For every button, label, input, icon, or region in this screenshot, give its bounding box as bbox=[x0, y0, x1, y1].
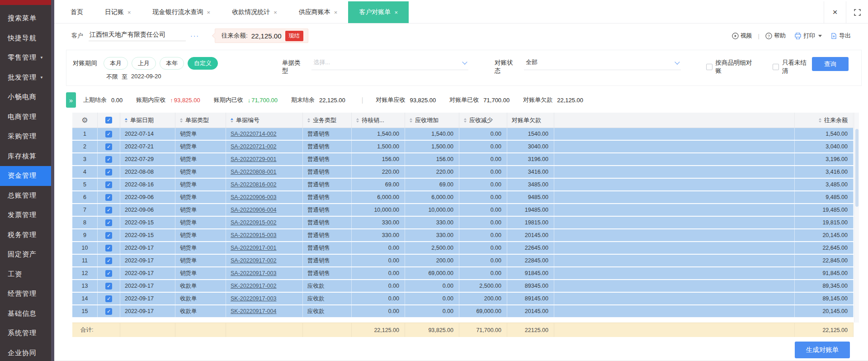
sidebar-item[interactable]: 经营管理 bbox=[0, 284, 54, 304]
row-checkbox[interactable]: ✓ bbox=[98, 217, 120, 228]
tab[interactable]: 客户对账单× bbox=[348, 1, 409, 23]
row-checkbox[interactable]: ✓ bbox=[98, 153, 120, 165]
tab-close-icon[interactable]: × bbox=[274, 9, 277, 16]
table-row[interactable]: 7✓2022-09-06销货单SA-20220906-004普通销售10,000… bbox=[72, 204, 854, 217]
row-checkbox[interactable]: ✓ bbox=[98, 229, 120, 241]
search-button[interactable]: 查询 bbox=[812, 57, 849, 71]
table-row[interactable]: 1✓2022-07-14销货单SA-20220714-002普通销售1,540.… bbox=[72, 128, 854, 141]
row-checkbox[interactable]: ✓ bbox=[98, 191, 120, 203]
row-checkbox[interactable]: ✓ bbox=[98, 204, 120, 216]
sidebar-item[interactable]: 发票管理 bbox=[0, 205, 54, 225]
table-row[interactable]: 15✓2022-09-17收款单SK-20220917-004应收款0.000.… bbox=[72, 305, 854, 318]
close-page-button[interactable]: × bbox=[824, 1, 846, 23]
row-checkbox[interactable]: ✓ bbox=[98, 141, 120, 152]
sidebar-item[interactable]: 企业协同 bbox=[0, 343, 54, 361]
fullscreen-button[interactable] bbox=[846, 1, 868, 23]
doc-number-link[interactable]: SA-20220808-001 bbox=[231, 169, 276, 175]
doc-number-link[interactable]: SK-20220917-002 bbox=[231, 283, 276, 289]
tab-close-icon[interactable]: × bbox=[207, 9, 211, 16]
tab[interactable]: 收款情况统计× bbox=[221, 1, 288, 23]
table-row[interactable]: 12✓2022-09-17销货单SA-20220917-003普通销售0.006… bbox=[72, 267, 854, 280]
row-checkbox[interactable]: ✓ bbox=[98, 293, 120, 304]
doc-number-link[interactable]: SA-20220906-004 bbox=[231, 207, 276, 213]
generate-statement-button[interactable]: 生成对账单 bbox=[795, 342, 850, 358]
table-row[interactable]: 6✓2022-09-06销货单SA-20220906-003普通销售6,000.… bbox=[72, 191, 854, 204]
tab[interactable]: 供应商账本× bbox=[288, 1, 349, 23]
sidebar-item[interactable]: 税务管理 bbox=[0, 225, 54, 245]
table-row[interactable]: 5✓2022-08-16销货单SA-20220816-002普通销售69.006… bbox=[72, 179, 854, 191]
period-pill[interactable]: 本月 bbox=[104, 57, 128, 70]
customer-more-button[interactable]: ··· bbox=[190, 32, 199, 39]
doc-number-link[interactable]: SA-20220714-002 bbox=[231, 131, 276, 137]
doc-number-link[interactable]: SA-20220915-003 bbox=[231, 232, 276, 238]
sidebar-item[interactable]: 系统管理 bbox=[0, 323, 54, 343]
row-checkbox[interactable]: ✓ bbox=[98, 166, 120, 178]
sidebar-item[interactable]: 总账管理 bbox=[0, 186, 54, 206]
status-select[interactable]: 全部 bbox=[524, 58, 681, 70]
table-row[interactable]: 11✓2022-09-17销货单SA-20220917-002普通销售0.002… bbox=[72, 255, 854, 267]
row-checkbox[interactable]: ✓ bbox=[98, 242, 120, 254]
settings-gear-button[interactable]: ⚙ bbox=[72, 113, 98, 128]
doc-number-link[interactable]: SK-20220917-004 bbox=[231, 308, 276, 314]
sidebar-partial-item[interactable] bbox=[0, 0, 54, 5]
doc-number-link[interactable]: SA-20220721-002 bbox=[231, 143, 276, 150]
sidebar-item[interactable]: 基础信息 bbox=[0, 304, 54, 324]
tab-close-icon[interactable]: × bbox=[394, 9, 398, 16]
customer-name-field[interactable]: 江西恒天地产有限责任公司 bbox=[89, 31, 186, 41]
sidebar-item[interactable]: 零售管理▼ bbox=[0, 48, 54, 68]
column-header[interactable]: 应收增加 bbox=[405, 113, 459, 128]
doc-number-link[interactable]: SA-20220729-001 bbox=[231, 156, 276, 162]
doc-number-link[interactable]: SA-20220816-002 bbox=[231, 181, 276, 188]
table-row[interactable]: 13✓2022-09-17收款单SK-20220917-002应收款0.000.… bbox=[72, 280, 854, 293]
row-checkbox[interactable]: ✓ bbox=[98, 305, 120, 317]
range-end-field[interactable]: 2022-09-20 bbox=[131, 73, 161, 81]
table-row[interactable]: 4✓2022-08-08销货单SA-20220808-001普通销售220.00… bbox=[72, 166, 854, 179]
doc-number-link[interactable]: SA-20220906-003 bbox=[231, 194, 276, 200]
select-all-checkbox[interactable]: ✓ bbox=[98, 113, 120, 128]
sidebar-item[interactable]: 采购管理 bbox=[0, 127, 54, 147]
tab-close-icon[interactable]: × bbox=[334, 9, 338, 16]
column-header[interactable]: 对账单欠款 bbox=[507, 113, 554, 128]
sidebar-item[interactable]: 快捷导航 bbox=[0, 28, 54, 48]
range-start-field[interactable]: 不限 bbox=[106, 73, 118, 81]
print-button[interactable]: 打印 bbox=[794, 32, 822, 40]
doc-number-link[interactable]: SK-20220917-003 bbox=[231, 295, 276, 302]
help-button[interactable]: ? 帮助 bbox=[765, 32, 786, 40]
doc-number-link[interactable]: SA-20220915-002 bbox=[231, 219, 276, 226]
row-checkbox[interactable]: ✓ bbox=[98, 280, 120, 292]
sidebar-item[interactable]: 电商管理 bbox=[0, 107, 54, 127]
video-button[interactable]: 视频 bbox=[732, 32, 752, 40]
column-header[interactable]: 单据日期 bbox=[120, 113, 175, 128]
tab[interactable]: 首页 bbox=[60, 1, 94, 23]
tab[interactable]: 日记账× bbox=[94, 1, 142, 23]
tab-close-icon[interactable]: × bbox=[127, 9, 131, 16]
expand-button[interactable]: » bbox=[66, 92, 76, 108]
sidebar-item[interactable]: 库存核算 bbox=[0, 147, 54, 166]
export-button[interactable]: 导出 bbox=[830, 32, 851, 40]
row-checkbox[interactable]: ✓ bbox=[98, 128, 120, 140]
row-checkbox[interactable]: ✓ bbox=[98, 179, 120, 190]
column-header[interactable]: 单据编号 bbox=[226, 113, 303, 128]
table-row[interactable]: 14✓2022-09-17收款单SK-20220917-003应收款0.000.… bbox=[72, 293, 854, 305]
tab[interactable]: 现金银行流水查询× bbox=[142, 1, 222, 23]
vertical-scrollbar[interactable] bbox=[854, 113, 859, 323]
column-header[interactable]: 单据类型 bbox=[175, 113, 226, 128]
doc-number-link[interactable]: SA-20220917-002 bbox=[231, 257, 276, 264]
column-header[interactable]: 往来余额 bbox=[795, 113, 854, 128]
period-pill[interactable]: 本年 bbox=[160, 57, 184, 70]
row-checkbox[interactable]: ✓ bbox=[98, 255, 120, 266]
sidebar-item[interactable]: 搜索菜单 bbox=[0, 9, 54, 28]
doc-number-link[interactable]: SA-20220917-003 bbox=[231, 270, 276, 276]
sidebar-item[interactable]: 小畅电商 bbox=[0, 87, 54, 107]
table-row[interactable]: 8✓2022-09-15销货单SA-20220915-002普通销售330.00… bbox=[72, 217, 854, 229]
sidebar-item[interactable]: 固定资产 bbox=[0, 245, 54, 265]
period-pill[interactable]: 自定义 bbox=[188, 57, 218, 70]
unsettled-checkbox[interactable]: 只看未结清 bbox=[773, 59, 812, 75]
column-header[interactable]: 业务类型 bbox=[303, 113, 352, 128]
sidebar-item[interactable]: 工资 bbox=[0, 265, 54, 285]
column-header[interactable]: 待核销... bbox=[352, 113, 405, 128]
doc-type-select[interactable]: 选择... bbox=[311, 58, 468, 70]
sidebar-item[interactable]: 资金管理 bbox=[0, 166, 54, 186]
by-item-checkbox[interactable]: 按商品明细对账 bbox=[706, 59, 758, 75]
sidebar-item[interactable]: 批发管理▼ bbox=[0, 68, 54, 88]
